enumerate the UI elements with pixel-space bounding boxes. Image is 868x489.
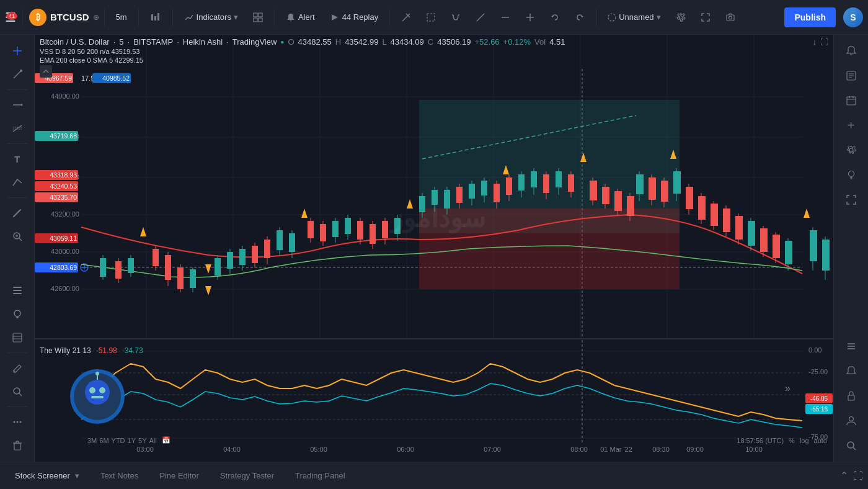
svg-rect-142 [239,249,246,265]
line-tool[interactable] [469,9,492,26]
text-tool[interactable]: T [5,148,30,170]
svg-rect-193 [556,171,562,187]
auto-label[interactable]: auto [814,437,827,444]
chart-area[interactable]: 44000.00 43800.00 43600.00 43200.00 4300… [35,35,833,462]
svg-rect-138 [215,258,221,276]
svg-text:43000.00: 43000.00 [51,248,79,255]
settings-rt[interactable] [839,139,864,161]
magnet-tool[interactable] [445,9,467,26]
svg-text:08:00: 08:00 [570,446,588,453]
6m-btn[interactable]: 6M [99,437,108,444]
5y-btn[interactable]: 5Y [138,437,146,444]
search-icon[interactable] [5,380,30,403]
svg-text:03:00: 03:00 [136,446,154,453]
select-tool[interactable] [420,9,442,26]
svg-point-16 [608,14,616,21]
svg-point-44 [14,388,20,394]
horizontal-line-tool[interactable] [5,94,30,116]
svg-point-46 [13,421,15,423]
log-label[interactable]: log [800,437,809,444]
screener-dropdown-arrow[interactable]: ▾ [75,471,79,480]
screener-icon[interactable] [5,326,30,349]
replay-button[interactable]: 44 Replay [324,9,385,26]
svg-text:08:30: 08:30 [652,446,670,453]
robot-avatar[interactable] [69,369,125,424]
svg-rect-223 [735,216,743,240]
add-symbol-btn[interactable]: ⊕ [93,13,99,22]
drawing-toolbar-toggle[interactable] [395,9,417,26]
svg-rect-185 [506,177,512,195]
horizontal-tool[interactable] [494,9,516,26]
profile-rt[interactable] [839,410,864,432]
svg-text:43059.11: 43059.11 [50,235,77,242]
svg-rect-9 [427,14,435,21]
svg-rect-148 [277,230,283,250]
date-goto-btn[interactable]: 📅 [162,436,170,444]
add-indicator-rt[interactable]: + [839,114,864,137]
idea-rt[interactable] [839,164,864,186]
alerts-list-rt[interactable] [839,360,864,382]
publish-button[interactable]: Publish [784,7,836,27]
pen-icon[interactable] [5,357,30,379]
svg-point-72 [848,442,854,448]
svg-rect-200 [602,187,609,204]
search-rt[interactable] [839,434,864,457]
svg-rect-5 [254,18,257,22]
fib-tool[interactable] [5,117,30,140]
timeframe-button[interactable]: 5m [110,9,133,25]
cursor-tool[interactable] [519,9,541,26]
chart-type-button[interactable] [144,8,167,27]
calendar-rt[interactable] [839,89,864,112]
undo-button[interactable] [544,9,566,26]
all-btn[interactable]: All [149,437,157,444]
menu-button[interactable]: ☰ 41 [5,10,16,25]
svg-text:43235.70: 43235.70 [50,194,77,201]
pattern-tool[interactable] [5,171,30,194]
svg-rect-35 [13,293,22,294]
tab-strategy-tester[interactable]: Strategy Tester [210,466,284,485]
ytd-btn[interactable]: YTD [112,437,125,444]
user-avatar[interactable]: S [843,7,863,27]
3m-btn[interactable]: 3M [87,437,97,444]
tab-text-notes[interactable]: Text Notes [91,466,148,485]
data-window-rt[interactable] [839,65,864,87]
brush-tool[interactable] [5,202,30,224]
svg-text:»: » [785,383,790,393]
svg-rect-123 [115,261,122,279]
panel-expand-btn[interactable]: ⛶ [853,470,863,482]
tab-stock-screener[interactable]: Stock Screener ▾ [5,466,89,485]
screenshot-button[interactable] [719,9,742,26]
svg-line-30 [19,238,22,241]
watchlist-icon[interactable] [5,279,30,302]
svg-rect-4 [259,13,262,17]
redo-button[interactable] [569,9,591,26]
svg-point-48 [19,421,21,423]
lock-rt[interactable] [839,385,864,407]
current-time: 18:57:56 (UTC) [737,437,784,444]
watchlist-rt[interactable] [839,335,864,357]
tab-trading-panel[interactable]: Trading Panel [285,466,355,485]
indicators-button[interactable]: Indicators ▾ [178,9,244,26]
template-selector[interactable]: Unnamed ▾ [601,9,666,25]
ideas-icon[interactable] [5,303,30,325]
trash-icon[interactable] [5,434,30,457]
alert-rt-button[interactable] [839,40,864,62]
fullscreen-rt[interactable] [839,189,864,211]
svg-point-63 [848,171,854,177]
symbol-area[interactable]: ₿ BTCUSD ⊕ [29,9,99,26]
tab-pine-editor[interactable]: Pine Editor [149,466,209,485]
svg-rect-176 [456,187,463,203]
alert-button[interactable]: Alert [280,9,321,26]
zoom-tool[interactable] [5,225,30,248]
settings-button[interactable] [670,9,692,26]
svg-text:07:00: 07:00 [484,446,501,453]
fullscreen-button[interactable] [694,9,717,26]
1y-btn[interactable]: 1Y [128,437,136,444]
panel-collapse-btn[interactable]: ⌃ [840,470,848,482]
draw-tool[interactable] [5,63,30,86]
more-options[interactable] [5,411,30,433]
symbol-label[interactable]: BTCUSD [50,12,89,22]
crosshair-tool[interactable] [5,40,30,62]
chart-layout-button[interactable] [247,9,269,26]
svg-rect-191 [543,174,549,193]
